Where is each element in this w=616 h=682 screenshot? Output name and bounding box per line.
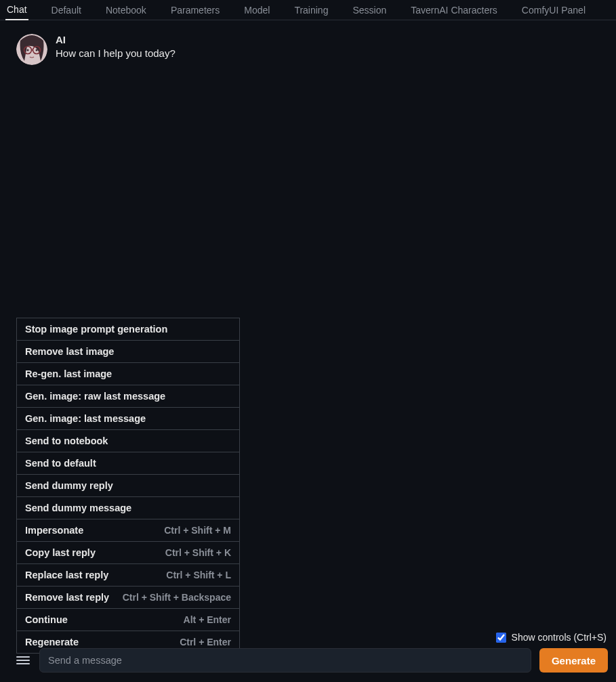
tab-parameters[interactable]: Parameters [169, 1, 221, 20]
chat-message: AI How can I help you today? [16, 34, 609, 65]
menu-replace-last-reply[interactable]: Replace last replyCtrl + Shift + L [17, 564, 239, 587]
menu-send-dummy-reply[interactable]: Send dummy reply [17, 475, 239, 497]
menu-send-dummy-message[interactable]: Send dummy message [17, 497, 239, 519]
show-controls-label: Show controls (Ctrl+S) [512, 632, 607, 643]
menu-item-shortcut: Ctrl + Shift + K [165, 547, 231, 558]
menu-gen-image-raw-last-message[interactable]: Gen. image: raw last message [17, 385, 239, 408]
tab-tavernai-characters[interactable]: TavernAI Characters [409, 1, 499, 20]
menu-impersonate[interactable]: ImpersonateCtrl + Shift + M [17, 519, 239, 542]
menu-regen-last-image[interactable]: Re-gen. last image [17, 363, 239, 385]
tab-model[interactable]: Model [243, 1, 271, 20]
tab-default[interactable]: Default [50, 1, 83, 20]
show-controls-toggle: Show controls (Ctrl+S) [496, 632, 607, 643]
message-text: How can I help you today? [56, 47, 176, 59]
menu-item-label: Re-gen. last image [25, 368, 112, 379]
avatar [16, 34, 47, 65]
menu-item-label: Regenerate [25, 637, 79, 647]
menu-item-shortcut: Ctrl + Shift + M [164, 525, 231, 536]
menu-remove-last-image[interactable]: Remove last image [17, 341, 239, 363]
message-author: AI [56, 34, 176, 45]
menu-item-label: Impersonate [25, 525, 83, 536]
menu-item-label: Continue [25, 614, 68, 625]
menu-item-shortcut: Ctrl + Shift + Backspace [123, 592, 231, 603]
menu-copy-last-reply[interactable]: Copy last replyCtrl + Shift + K [17, 542, 239, 564]
menu-item-label: Send to notebook [25, 435, 108, 446]
chat-area: AI How can I help you today? [0, 20, 616, 72]
menu-item-label: Gen. image: last message [25, 413, 146, 424]
menu-item-shortcut: Ctrl + Enter [180, 637, 231, 647]
menu-item-label: Remove last reply [25, 592, 109, 603]
tab-comfyui-panel[interactable]: ComfyUI Panel [520, 1, 587, 20]
menu-stop-image-prompt-generation[interactable]: Stop image prompt generation [17, 318, 239, 341]
menu-remove-last-reply[interactable]: Remove last replyCtrl + Shift + Backspac… [17, 587, 239, 609]
menu-item-label: Copy last reply [25, 547, 96, 558]
menu-send-to-notebook[interactable]: Send to notebook [17, 430, 239, 452]
tab-chat[interactable]: Chat [5, 0, 28, 20]
tab-bar: Chat Default Notebook Parameters Model T… [0, 0, 616, 20]
generate-button[interactable]: Generate [539, 648, 608, 673]
menu-item-label: Gen. image: raw last message [25, 391, 165, 402]
menu-item-label: Send dummy reply [25, 480, 113, 491]
message-body: AI How can I help you today? [56, 34, 176, 65]
menu-item-label: Replace last reply [25, 570, 108, 580]
menu-item-label: Send to default [25, 458, 96, 469]
svg-point-5 [36, 49, 38, 51]
menu-item-label: Remove last image [25, 346, 114, 357]
message-input[interactable] [48, 655, 522, 666]
tab-session[interactable]: Session [351, 1, 388, 20]
menu-gen-image-last-message[interactable]: Gen. image: last message [17, 408, 239, 430]
show-controls-checkbox[interactable] [496, 633, 506, 643]
tab-training[interactable]: Training [293, 1, 329, 20]
bottom-bar: Generate [15, 648, 608, 673]
menu-item-label: Send dummy message [25, 503, 131, 513]
hamburger-icon[interactable] [15, 652, 31, 668]
menu-item-shortcut: Ctrl + Shift + L [166, 570, 231, 580]
message-input-wrap [39, 648, 531, 673]
menu-item-shortcut: Alt + Enter [184, 614, 231, 625]
tab-notebook[interactable]: Notebook [104, 1, 148, 20]
menu-continue[interactable]: ContinueAlt + Enter [17, 609, 239, 631]
menu-send-to-default[interactable]: Send to default [17, 452, 239, 475]
menu-item-label: Stop image prompt generation [25, 324, 167, 335]
context-menu: Stop image prompt generation Remove last… [16, 318, 240, 654]
svg-point-4 [27, 49, 29, 51]
